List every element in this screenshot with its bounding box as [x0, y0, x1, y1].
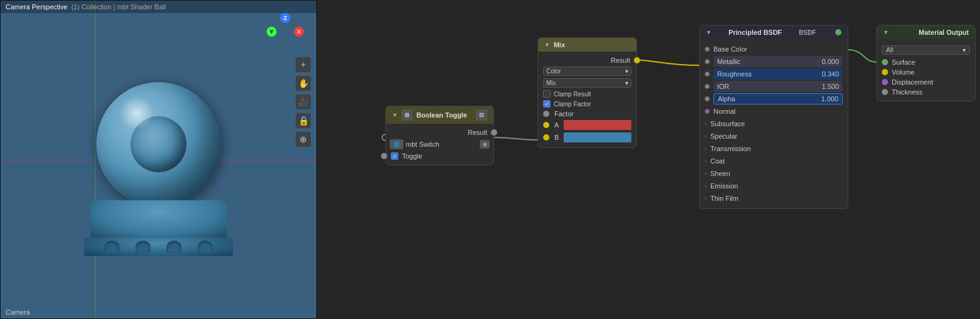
switch-dots-btn[interactable]: ⊞: [480, 140, 490, 149]
bsdf-subsurface-arrow[interactable]: ›: [705, 121, 707, 127]
matout-dropdown-value: All: [886, 47, 893, 53]
add-tool-button[interactable]: ＋: [295, 57, 311, 73]
bsdf-alpha-label: Alpha: [718, 95, 735, 103]
viewport-header: Camera Perspective (1) Collection | mbt …: [1, 1, 316, 13]
bool-node-icon: ⊞: [401, 109, 413, 121]
bsdf-normal-label: Normal: [713, 108, 843, 115]
matout-node-body: All ▾ Surface Volume Displacement Thickn: [877, 39, 975, 101]
bsdf-coat-arrow[interactable]: ›: [705, 158, 707, 164]
move-tool-button[interactable]: ✋: [295, 75, 311, 91]
mix-type-arrow: ▾: [625, 80, 628, 86]
bsdf-transmission-arrow[interactable]: ›: [705, 146, 707, 152]
matout-dropdown[interactable]: All ▾: [882, 45, 970, 55]
mix-clamp-factor-label: Clamp Factor: [554, 101, 591, 108]
mix-a-label: A: [552, 121, 561, 129]
matout-displacement-socket[interactable]: [882, 79, 888, 85]
viewport-title: Camera Perspective: [6, 3, 68, 11]
bsdf-normal-socket[interactable]: [705, 109, 710, 114]
bsdf-metallic-value: 0.000: [822, 58, 839, 65]
mix-clamp-factor-row: ✓ Clamp Factor: [538, 99, 636, 109]
bsdf-coat-label: Coat: [710, 157, 725, 165]
mix-b-label: B: [552, 134, 561, 141]
mix-color-dropdown[interactable]: Color ▾: [543, 67, 631, 76]
foot-bump-3: [167, 241, 181, 253]
mix-clamp-result-cb[interactable]: [543, 90, 551, 98]
bsdf-ior-socket[interactable]: [705, 84, 710, 89]
mix-type-dropdown[interactable]: Mix ▾: [543, 78, 631, 88]
node-editor: ▼ ⊞ Boolean Toggle ⊟ Result 🌐 mbt Switch…: [317, 0, 980, 319]
bsdf-roughness-label: Roughness: [717, 70, 752, 78]
mix-result-socket[interactable]: [634, 57, 640, 63]
bsdf-roughness-socket[interactable]: [705, 72, 710, 76]
matout-thickness-socket[interactable]: [882, 89, 888, 95]
mix-b-socket[interactable]: [543, 134, 549, 141]
mix-a-color-swatch[interactable]: [564, 120, 631, 130]
conn-bool-mix-factor: [494, 137, 538, 140]
boolean-toggle-node: ▼ ⊞ Boolean Toggle ⊟ Result 🌐 mbt Switch…: [385, 106, 494, 165]
mix-clamp-result-label: Clamp Result: [554, 91, 591, 98]
mix-clamp-factor-cb[interactable]: ✓: [543, 100, 551, 108]
bool-toggle-checkbox[interactable]: ✓: [391, 152, 398, 160]
mix-result-label: Result: [611, 57, 630, 64]
mix-color-row: Color ▾: [538, 65, 636, 77]
foot-bump-1: [104, 241, 119, 253]
bsdf-emission-label: Emission: [710, 182, 738, 190]
mix-factor-row: Factor: [538, 109, 636, 119]
bool-toggle-label: Toggle: [402, 152, 422, 160]
bsdf-base-color-row: Base Color: [700, 43, 848, 55]
matout-volume-socket[interactable]: [882, 69, 888, 75]
bsdf-emission-row: › Emission: [700, 180, 848, 192]
mix-node-header: ▼ Mix: [538, 38, 636, 52]
bsdf-subsurface-label: Subsurface: [710, 120, 745, 127]
bool-toggle-socket[interactable]: [381, 153, 387, 159]
bool-result-socket[interactable]: [491, 129, 497, 136]
bool-node-settings[interactable]: ⊟: [476, 109, 487, 121]
bsdf-thin-film-arrow[interactable]: ›: [705, 195, 707, 201]
mix-clamp-result-row: Clamp Result: [538, 89, 636, 99]
bsdf-sheen-label: Sheen: [710, 170, 730, 177]
bsdf-sheen-arrow[interactable]: ›: [705, 170, 707, 177]
matout-collapse-arrow[interactable]: ▼: [883, 29, 889, 35]
ball-group: [84, 82, 233, 256]
bsdf-subsurface-row: › Subsurface: [700, 118, 848, 130]
lock-tool-button[interactable]: 🔒: [295, 113, 311, 129]
matout-dropdown-arrow: ▾: [963, 47, 966, 53]
bsdf-specular-arrow[interactable]: ›: [705, 133, 707, 139]
matout-surface-socket[interactable]: [882, 59, 888, 65]
mix-b-color-swatch[interactable]: [564, 132, 631, 142]
mix-node-body: Result Color ▾ Mix ▾ Clamp Result: [538, 52, 636, 147]
bsdf-emission-arrow[interactable]: ›: [705, 183, 707, 189]
bsdf-base-color-socket[interactable]: [705, 47, 710, 52]
bsdf-collapse-arrow[interactable]: ▼: [706, 29, 712, 35]
bsdf-transmission-label: Transmission: [710, 145, 751, 152]
bool-node-title: Boolean Toggle: [416, 111, 467, 119]
camera-tool-button[interactable]: 🎥: [295, 94, 311, 110]
bsdf-alpha-socket[interactable]: [705, 96, 710, 101]
matout-thickness-row: Thickness: [877, 87, 975, 97]
bsdf-base-color-label: Base Color: [713, 45, 843, 53]
mix-a-socket[interactable]: [543, 122, 549, 128]
bsdf-metallic-label: Metallic: [717, 58, 740, 65]
bsdf-normal-row: Normal: [700, 105, 848, 118]
bool-collapse-arrow[interactable]: ▼: [392, 112, 398, 118]
bsdf-alpha-field[interactable]: Alpha 1.000: [713, 93, 843, 104]
bsdf-metallic-field[interactable]: Metallic 0.000: [713, 56, 843, 67]
bsdf-node-header: ▼ Principled BSDF BSDF: [700, 25, 848, 39]
bsdf-ior-field[interactable]: IOR 1.500: [713, 81, 843, 92]
bsdf-roughness-field[interactable]: Roughness 0.340: [713, 68, 843, 80]
bsdf-specular-row: › Specular: [700, 130, 848, 142]
shader-ball-foot: [84, 238, 233, 256]
bsdf-metallic-row: Metallic 0.000: [700, 55, 848, 68]
extra-tool-button[interactable]: ⊕: [295, 131, 311, 147]
bsdf-output-socket[interactable]: [835, 29, 841, 35]
mix-factor-socket[interactable]: [543, 111, 549, 117]
mix-collapse-arrow[interactable]: ▼: [544, 42, 550, 48]
bsdf-roughness-row: Roughness 0.340: [700, 68, 848, 80]
mix-b-row: B: [538, 131, 636, 144]
mix-color-arrow: ▾: [625, 68, 628, 75]
matout-surface-row: Surface: [877, 57, 975, 67]
camera-label: Camera: [6, 308, 30, 316]
bsdf-metallic-socket[interactable]: [705, 59, 710, 64]
viewport-tools: ＋ ✋ 🎥 🔒 ⊕: [295, 57, 311, 147]
conn-bsdf-matout-surface: [848, 50, 876, 62]
